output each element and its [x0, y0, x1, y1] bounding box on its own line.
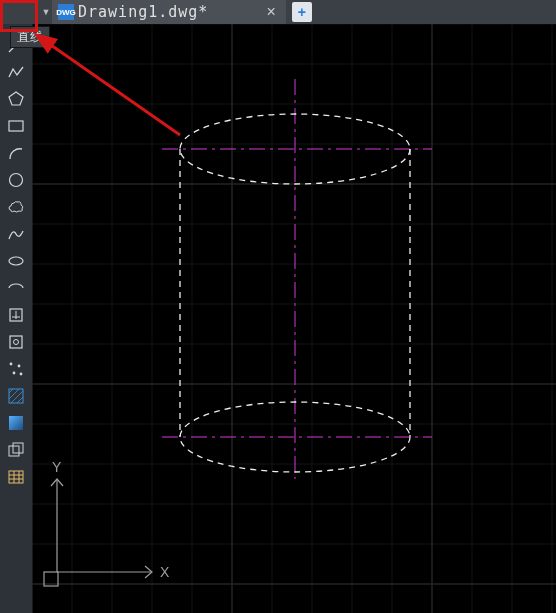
gradient-tool[interactable] — [5, 412, 27, 434]
spline-tool[interactable] — [5, 223, 27, 245]
svg-line-13 — [9, 389, 13, 393]
line-tool-tooltip: 直线 — [10, 26, 50, 48]
svg-marker-1 — [9, 92, 23, 105]
point-tool[interactable] — [5, 358, 27, 380]
ucs-icon: X Y — [44, 459, 170, 586]
revision-cloud-tool[interactable] — [5, 196, 27, 218]
insert-block-tool[interactable] — [5, 304, 27, 326]
ucs-x-label: X — [160, 564, 170, 580]
ucs-y-label: Y — [52, 459, 62, 475]
dwg-file-icon: DWG — [58, 4, 74, 20]
drawing-canvas[interactable]: X Y — [32, 24, 556, 613]
svg-rect-2 — [9, 121, 23, 131]
svg-point-9 — [18, 365, 21, 368]
draw-toolbar — [0, 24, 32, 613]
tab-bar: ▼ DWG Drawing1.dwg* × + — [0, 0, 556, 24]
file-icon-text: DWG — [56, 8, 76, 17]
table-tool[interactable] — [5, 466, 27, 488]
file-tab-label: Drawing1.dwg* — [78, 3, 258, 21]
svg-point-10 — [13, 372, 16, 375]
region-tool[interactable] — [5, 439, 27, 461]
file-tab[interactable]: DWG Drawing1.dwg* × — [52, 0, 286, 24]
chevron-down-icon: ▼ — [42, 7, 51, 17]
make-block-tool[interactable] — [5, 331, 27, 353]
polygon-tool[interactable] — [5, 88, 27, 110]
svg-rect-6 — [10, 336, 22, 348]
svg-point-11 — [20, 373, 23, 376]
hatch-tool[interactable] — [5, 385, 27, 407]
ellipse-tool[interactable] — [5, 250, 27, 272]
svg-line-16 — [17, 397, 23, 403]
spacer — [0, 0, 40, 24]
svg-rect-19 — [13, 443, 23, 453]
grid — [32, 24, 556, 613]
svg-rect-20 — [9, 471, 23, 483]
quick-access-dropdown[interactable]: ▼ — [40, 0, 52, 24]
svg-rect-18 — [9, 446, 19, 456]
svg-rect-17 — [9, 416, 23, 430]
plus-icon: + — [298, 4, 306, 20]
rectangle-tool[interactable] — [5, 115, 27, 137]
svg-point-4 — [9, 257, 23, 265]
ellipse-arc-tool[interactable] — [5, 277, 27, 299]
arc-tool[interactable] — [5, 142, 27, 164]
polyline-tool[interactable] — [5, 61, 27, 83]
svg-line-14 — [9, 389, 19, 399]
new-tab-button[interactable]: + — [292, 2, 312, 22]
svg-point-7 — [14, 340, 19, 345]
close-tab-button[interactable]: × — [262, 3, 279, 21]
svg-point-3 — [10, 174, 23, 187]
circle-tool[interactable] — [5, 169, 27, 191]
svg-point-8 — [10, 363, 13, 366]
svg-line-15 — [11, 391, 23, 403]
